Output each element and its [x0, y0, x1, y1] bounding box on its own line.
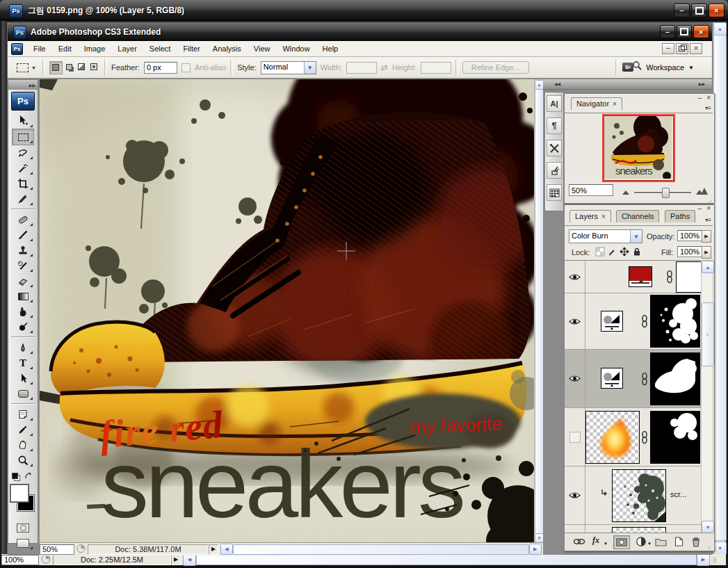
layer-row-flame[interactable]: [565, 408, 701, 466]
doc-hscroll-right-button[interactable]: ▶: [529, 544, 542, 555]
new-group-button[interactable]: [655, 537, 667, 546]
style-select[interactable]: Normal ▼: [261, 61, 316, 74]
outer-hscroll-thumb[interactable]: [196, 554, 697, 565]
combo-arrow-icon[interactable]: ▼: [630, 230, 642, 243]
menu-filter[interactable]: Filter: [177, 43, 206, 54]
menu-file[interactable]: File: [27, 43, 52, 54]
swap-dimensions-icon[interactable]: ⇄: [381, 63, 388, 72]
layer-thumbnail-flame[interactable]: [585, 411, 640, 464]
panel-minimize-icon[interactable]: –: [697, 94, 702, 102]
menu-image[interactable]: Image: [78, 43, 112, 54]
layers-scroll-thumb[interactable]: ≡: [702, 302, 714, 366]
layer-mask-blob[interactable]: [650, 411, 700, 464]
layer-name[interactable]: scr...: [670, 490, 686, 498]
refine-edge-button[interactable]: Refine Edge...: [462, 61, 529, 74]
lock-pixels-icon[interactable]: [608, 247, 617, 257]
panel-resize-grip[interactable]: ⣠: [708, 197, 713, 203]
swatches-panel-button[interactable]: [547, 184, 562, 201]
selection-mode-add-button[interactable]: [63, 61, 75, 73]
default-colors-icon[interactable]: [12, 473, 18, 479]
foreground-color-swatch[interactable]: [10, 485, 29, 502]
dodge-tool[interactable]: [13, 319, 33, 334]
menu-select[interactable]: Select: [143, 43, 177, 54]
hand-tool[interactable]: [13, 437, 33, 453]
doc-restore-button[interactable]: [676, 43, 688, 54]
layer-row-smoke-adjustment[interactable]: [565, 293, 701, 350]
doc-hscroll-thumb[interactable]: [233, 544, 529, 555]
doc-zoom-field[interactable]: [40, 544, 74, 555]
layers-scroll-up-button[interactable]: ▲: [702, 261, 714, 273]
app-close-button[interactable]: ×: [693, 25, 709, 38]
new-adjustment-layer-button[interactable]: [636, 536, 647, 547]
visibility-eye-icon[interactable]: [569, 375, 581, 382]
photoshop-logo[interactable]: Ps: [11, 92, 35, 111]
layer-row-shoe-adjustment-selected[interactable]: [565, 350, 701, 408]
visibility-eye-icon[interactable]: [569, 318, 581, 325]
lock-transparency-icon[interactable]: [595, 247, 605, 257]
layer-mask-shoe[interactable]: [650, 352, 700, 405]
layer-row-partial[interactable]: [565, 525, 701, 533]
layer-thumbnail-scratches[interactable]: [612, 469, 666, 522]
outer-zoom-field[interactable]: [1, 555, 39, 565]
spot-healing-brush-tool[interactable]: [13, 212, 33, 227]
quick-mask-button[interactable]: [13, 520, 33, 535]
opacity-field[interactable]: [677, 230, 704, 241]
tool-presets-panel-button[interactable]: [547, 140, 562, 156]
paths-tab[interactable]: Paths: [665, 210, 695, 222]
toolbox-header[interactable]: ▶▶: [8, 80, 38, 90]
menu-edit[interactable]: Edit: [52, 43, 78, 54]
panel-minimize-icon[interactable]: –: [697, 204, 702, 212]
adjustment-layer-thumbnail[interactable]: [601, 311, 623, 332]
slice-tool[interactable]: [13, 191, 33, 206]
layer-mask-smoke[interactable]: [650, 295, 700, 348]
smudge-tool[interactable]: [13, 304, 33, 319]
document-vscrollbar[interactable]: ▲ ▼: [534, 79, 543, 542]
fill-field[interactable]: [677, 246, 704, 257]
panel-menu-icon[interactable]: ▾≡: [705, 105, 711, 111]
outer-minimize-button[interactable]: –: [674, 3, 690, 17]
link-mask-icon[interactable]: [641, 314, 648, 328]
zoom-tool[interactable]: [13, 453, 33, 468]
app-minimize-button[interactable]: –: [660, 25, 675, 38]
combo-arrow-icon[interactable]: ▼: [304, 62, 316, 74]
new-layer-button[interactable]: [674, 536, 684, 547]
doc-info-menu-button[interactable]: ▶: [209, 544, 218, 555]
layer-style-button[interactable]: fx: [592, 535, 599, 546]
pen-tool[interactable]: [13, 340, 33, 355]
layers-tab[interactable]: Layers×: [569, 210, 611, 222]
go-to-bridge-button[interactable]: Br: [622, 60, 642, 74]
clone-stamp-tool[interactable]: [13, 243, 33, 258]
tool-preset-picker[interactable]: ▼: [15, 61, 38, 74]
panel-resize-grip[interactable]: ⣠: [706, 543, 711, 549]
menu-layer[interactable]: Layer: [111, 43, 143, 54]
rectangular-marquee-tool[interactable]: [12, 129, 34, 145]
document-control-icon[interactable]: Ps: [11, 43, 23, 55]
outer-maximize-button[interactable]: [691, 3, 707, 17]
zoom-in-icon[interactable]: [695, 187, 708, 195]
opacity-spinner-button[interactable]: ▶: [702, 230, 711, 243]
outer-hscroll-left-button[interactable]: ◀: [183, 554, 196, 566]
adjustment-layer-thumbnail[interactable]: [601, 368, 623, 389]
doc-minimize-button[interactable]: –: [662, 43, 674, 54]
outer-resize-grip[interactable]: ⣿: [713, 557, 718, 563]
outer-window-titlebar[interactable]: Ps 그림 0159.png @ 100% (Layer 5, RGB/8) –…: [0, 0, 728, 21]
visibility-eye-icon[interactable]: [569, 492, 581, 499]
anti-alias-checkbox[interactable]: [181, 63, 191, 72]
outer-hscroll-right-button[interactable]: ▶: [697, 554, 710, 566]
doc-close-button[interactable]: ×: [690, 43, 702, 54]
layers-scroll-down-button[interactable]: ▼: [702, 521, 714, 533]
crop-tool[interactable]: [13, 176, 33, 191]
brushes-panel-button[interactable]: [547, 162, 562, 179]
outer-scroll-thumb[interactable]: [713, 35, 727, 541]
document-canvas[interactable]: fire red sneakers my favorite: [40, 79, 534, 542]
layer-thumbnail-partial[interactable]: [612, 527, 666, 533]
selection-mode-new-button[interactable]: [49, 61, 63, 74]
outer-scroll-up-button[interactable]: ▲: [713, 22, 727, 35]
delete-layer-button[interactable]: [691, 536, 701, 547]
workspace-menu-button[interactable]: Workspace ▼: [646, 63, 694, 72]
link-layers-button[interactable]: [573, 537, 585, 546]
navigator-proxy-view[interactable]: sneakers: [604, 115, 674, 181]
width-input[interactable]: [346, 62, 377, 74]
menu-analysis[interactable]: Analysis: [207, 43, 248, 54]
shape-tool[interactable]: [13, 386, 33, 401]
